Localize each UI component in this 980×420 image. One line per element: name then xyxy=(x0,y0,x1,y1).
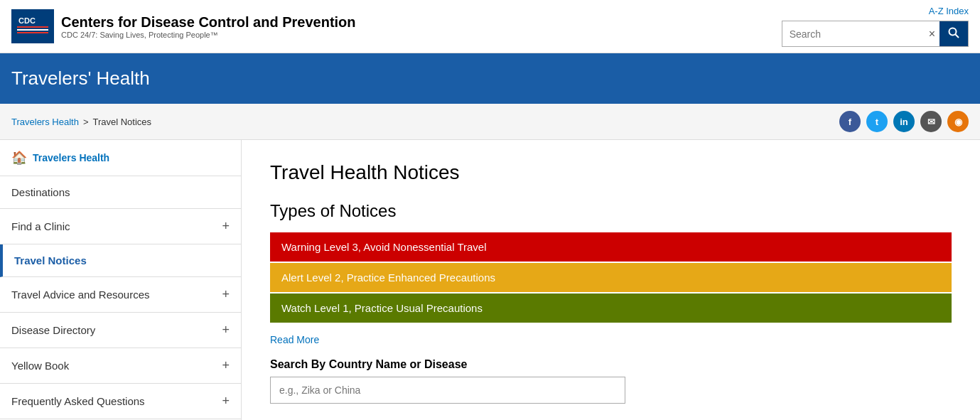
svg-text:CDC: CDC xyxy=(18,16,36,25)
notices-list: Warning Level 3, Avoid Nonessential Trav… xyxy=(270,232,952,323)
email-icon[interactable]: ✉ xyxy=(920,111,942,132)
home-icon: 🏠 xyxy=(11,150,27,166)
sidebar-item-label: Find a Clinic xyxy=(11,220,70,232)
svg-line-6 xyxy=(956,35,959,38)
linkedin-icon[interactable]: in xyxy=(893,111,915,132)
breadcrumb-current: Travel Notices xyxy=(92,117,151,127)
svg-rect-4 xyxy=(17,32,48,33)
cdc-title-main: Centers for Disease Control and Preventi… xyxy=(61,14,356,31)
social-icons: f t in ✉ ◉ xyxy=(839,111,969,132)
sidebar-item-label: Frequently Asked Questions xyxy=(11,395,145,407)
search-button[interactable] xyxy=(939,21,968,46)
svg-rect-2 xyxy=(17,26,48,28)
page-header: Travelers' Health xyxy=(0,53,980,104)
az-index-link[interactable]: A-Z Index xyxy=(929,6,969,16)
main-title: Travel Health Notices xyxy=(270,161,952,184)
sidebar-item-yellow-book[interactable]: Yellow Book+ xyxy=(0,348,241,384)
rss-icon[interactable]: ◉ xyxy=(947,111,969,132)
facebook-icon[interactable]: f xyxy=(839,111,861,132)
page-title: Travelers' Health xyxy=(11,68,969,90)
sidebar-item-frequently-asked-questions[interactable]: Frequently Asked Questions+ xyxy=(0,384,241,419)
top-bar-right: A-Z Index × xyxy=(782,6,969,47)
notice-bar-2[interactable]: Watch Level 1, Practice Usual Precaution… xyxy=(270,294,952,323)
breadcrumb-separator: > xyxy=(83,117,89,127)
sidebar-item-label: Destinations xyxy=(11,186,70,198)
sidebar-item-find-a-clinic[interactable]: Find a Clinic+ xyxy=(0,209,241,244)
search-label: Search By Country Name or Disease xyxy=(270,358,952,371)
search-container: × xyxy=(782,21,969,47)
cdc-title-sub: CDC 24/7: Saving Lives, Protecting Peopl… xyxy=(61,31,356,39)
search-section: Search By Country Name or Disease xyxy=(270,358,952,404)
twitter-icon[interactable]: t xyxy=(866,111,888,132)
notice-bar-1[interactable]: Alert Level 2, Practice Enhanced Precaut… xyxy=(270,263,952,292)
notices-heading: Types of Notices xyxy=(270,201,952,221)
sidebar-item-travel-notices[interactable]: Travel Notices xyxy=(0,244,241,277)
sidebar-item-label: Travel Notices xyxy=(14,254,87,266)
notice-bar-0[interactable]: Warning Level 3, Avoid Nonessential Trav… xyxy=(270,232,952,262)
search-icon xyxy=(948,27,959,38)
sidebar-item-label: Travel Advice and Resources xyxy=(11,289,150,301)
content-layout: 🏠 Travelers Health DestinationsFind a Cl… xyxy=(0,140,980,420)
search-clear-button[interactable]: × xyxy=(925,28,939,41)
sidebar-item-label: Disease Directory xyxy=(11,324,95,336)
sidebar-item-disease-directory[interactable]: Disease Directory+ xyxy=(0,313,241,348)
top-bar-left: CDC Centers for Disease Control and Prev… xyxy=(11,9,356,43)
search-input[interactable] xyxy=(782,23,925,45)
breadcrumb-parent-link[interactable]: Travelers Health xyxy=(11,117,79,127)
main-content: Travel Health Notices Types of Notices W… xyxy=(242,140,980,420)
sidebar-expand-icon: + xyxy=(222,358,230,373)
sidebar-item-label: Yellow Book xyxy=(11,360,69,372)
country-search-input[interactable] xyxy=(270,377,625,404)
sidebar: 🏠 Travelers Health DestinationsFind a Cl… xyxy=(0,140,242,420)
svg-rect-3 xyxy=(17,29,48,31)
sidebar-expand-icon: + xyxy=(222,323,230,338)
top-bar: CDC Centers for Disease Control and Prev… xyxy=(0,0,980,53)
sidebar-items: DestinationsFind a Clinic+Travel Notices… xyxy=(0,176,241,419)
sidebar-home-label: Travelers Health xyxy=(33,152,109,163)
breadcrumb: Travelers Health > Travel Notices xyxy=(11,117,151,127)
sidebar-item-travel-advice-and-resources[interactable]: Travel Advice and Resources+ xyxy=(0,277,241,313)
sidebar-expand-icon: + xyxy=(222,219,230,234)
breadcrumb-bar: Travelers Health > Travel Notices f t in… xyxy=(0,104,980,140)
sidebar-item-home[interactable]: 🏠 Travelers Health xyxy=(0,140,241,176)
cdc-logo: CDC xyxy=(11,9,54,43)
sidebar-expand-icon: + xyxy=(222,394,230,409)
cdc-title: Centers for Disease Control and Preventi… xyxy=(61,14,356,39)
sidebar-item-destinations[interactable]: Destinations xyxy=(0,176,241,209)
read-more-link[interactable]: Read More xyxy=(270,334,319,345)
sidebar-expand-icon: + xyxy=(222,287,230,302)
svg-point-5 xyxy=(949,28,957,36)
